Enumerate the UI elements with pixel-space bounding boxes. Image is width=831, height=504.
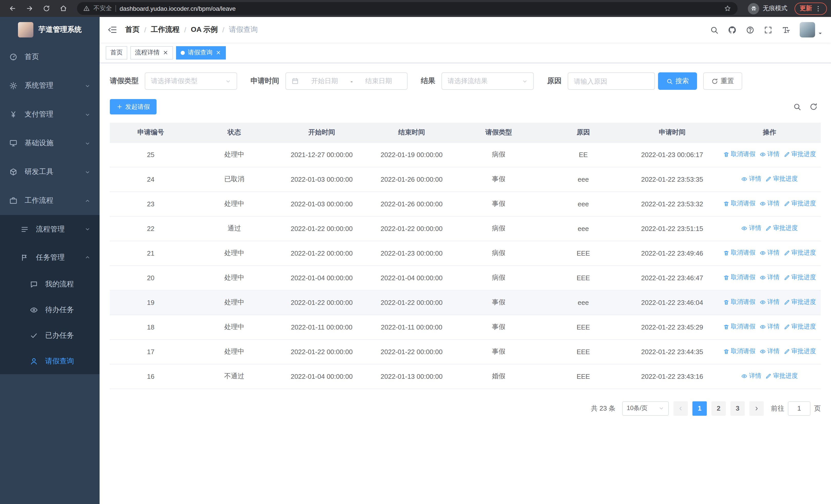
reset-button[interactable]: 重置	[703, 72, 742, 90]
question-icon[interactable]	[746, 25, 754, 34]
sidebar-item-10[interactable]: 已办任务	[0, 323, 99, 349]
update-button[interactable]: 更新	[795, 2, 827, 14]
detail-link[interactable]: 详情	[760, 199, 780, 208]
reason-input[interactable]	[568, 72, 655, 90]
home-button[interactable]	[56, 2, 70, 16]
sidebar-item-11[interactable]: 请假查询	[0, 349, 99, 374]
security-label[interactable]: 不安全	[93, 4, 112, 13]
font-size-icon[interactable]	[782, 25, 791, 34]
page-button-1[interactable]: 1	[692, 401, 707, 415]
cell-apply-time: 2022-01-22 23:53:35	[626, 167, 718, 191]
url-text[interactable]: dashboard.yudao.iocoder.cn/bpm/oa/leave	[120, 5, 720, 12]
detail-link[interactable]: 详情	[760, 273, 780, 282]
action-label: 详情	[767, 323, 780, 331]
tab-close-icon[interactable]	[163, 50, 168, 55]
tab-1[interactable]: 流程详情	[131, 46, 173, 59]
progress-link[interactable]: 审批进度	[766, 175, 798, 183]
update-label: 更新	[800, 4, 812, 13]
progress-link[interactable]: 审批进度	[784, 150, 816, 159]
sidebar-item-7[interactable]: 任务管理	[0, 243, 99, 271]
detail-link[interactable]: 详情	[760, 347, 780, 356]
avatar[interactable]	[800, 22, 815, 37]
detail-link[interactable]: 详情	[760, 323, 780, 331]
sidebar-logo[interactable]: 芋道管理系统	[0, 17, 99, 42]
tab-0[interactable]: 首页	[106, 46, 127, 59]
action-label: 取消请假	[731, 199, 755, 208]
address-bar[interactable]: 不安全 dashboard.yudao.iocoder.cn/bpm/oa/le…	[77, 2, 738, 15]
warning-icon	[83, 5, 90, 12]
user-menu[interactable]	[800, 22, 823, 37]
forward-button[interactable]	[23, 2, 36, 16]
tab-2[interactable]: 请假查询	[176, 46, 226, 59]
sidebar-item-9[interactable]: 待办任务	[0, 297, 99, 323]
cancel-link[interactable]: 取消请假	[723, 249, 755, 257]
breadcrumb-item-1[interactable]: 工作流程	[151, 25, 180, 34]
progress-link[interactable]: 审批进度	[784, 273, 816, 282]
progress-link[interactable]: 审批进度	[784, 347, 816, 356]
sidebar-item-label: 已办任务	[45, 331, 90, 340]
goto-page-input[interactable]	[788, 401, 810, 415]
cancel-link[interactable]: 取消请假	[723, 150, 755, 159]
cancel-link[interactable]: 取消请假	[723, 323, 755, 331]
bookmark-star-icon[interactable]	[724, 5, 732, 12]
detail-link[interactable]: 详情	[741, 372, 762, 381]
cell-actions: 取消请假详情审批进度	[718, 339, 821, 364]
search-icon[interactable]	[710, 25, 719, 34]
date-range-picker[interactable]: 开始日期 - 结束日期	[285, 72, 407, 90]
sidebar-item-3[interactable]: 基础设施	[0, 129, 99, 157]
cancel-link[interactable]: 取消请假	[723, 273, 755, 282]
collapse-sidebar-button[interactable]	[99, 17, 125, 42]
page-button-2[interactable]: 2	[711, 401, 726, 415]
cancel-link[interactable]: 取消请假	[723, 298, 755, 307]
search-button[interactable]: 搜索	[658, 72, 697, 90]
next-page-button[interactable]	[749, 401, 764, 415]
progress-link[interactable]: 审批进度	[766, 372, 798, 381]
tab-close-icon[interactable]	[216, 50, 221, 55]
cancel-link[interactable]: 取消请假	[723, 199, 755, 208]
progress-link[interactable]: 审批进度	[766, 224, 798, 233]
toggle-search-icon[interactable]	[793, 102, 801, 111]
progress-link[interactable]: 审批进度	[784, 199, 816, 208]
create-leave-button[interactable]: 发起请假	[110, 99, 156, 114]
sidebar-item-5[interactable]: 工作流程	[0, 186, 99, 215]
refresh-table-icon[interactable]	[809, 102, 818, 111]
cell-apply-id: 23	[110, 191, 192, 216]
cell-leave-type: 病假	[457, 142, 541, 167]
sidebar-item-2[interactable]: 支付管理	[0, 100, 99, 129]
filter-form: 请假类型 请选择请假类型 申请时间 开始日期 - 结束日期	[110, 72, 821, 90]
edit-icon	[784, 349, 790, 355]
fullscreen-icon[interactable]	[764, 25, 773, 34]
action-label: 取消请假	[731, 249, 755, 257]
detail-link[interactable]: 详情	[760, 249, 780, 257]
page-button-3[interactable]: 3	[730, 401, 745, 415]
leave-type-select[interactable]: 请选择请假类型	[145, 72, 237, 90]
cancel-link[interactable]: 取消请假	[723, 347, 755, 356]
detail-link[interactable]: 详情	[741, 224, 762, 233]
result-select[interactable]: 请选择流结果	[441, 72, 534, 90]
breadcrumb-item-2[interactable]: OA 示例	[191, 25, 218, 34]
sidebar-item-8[interactable]: 我的流程	[0, 271, 99, 297]
detail-link[interactable]: 详情	[741, 175, 762, 183]
browser-menu-icon[interactable]	[814, 5, 822, 12]
breadcrumb-item-0[interactable]: 首页	[125, 25, 140, 34]
progress-link[interactable]: 审批进度	[784, 323, 816, 331]
prev-page-button[interactable]	[674, 401, 688, 415]
sidebar-item-4[interactable]: 研发工具	[0, 157, 99, 186]
sidebar-item-0[interactable]: 首页	[0, 42, 99, 71]
progress-link[interactable]: 审批进度	[784, 249, 816, 257]
sidebar-item-1[interactable]: 系统管理	[0, 71, 99, 100]
detail-link[interactable]: 详情	[760, 150, 780, 159]
github-icon[interactable]	[728, 25, 737, 34]
back-button[interactable]	[6, 2, 20, 16]
detail-link[interactable]: 详情	[760, 298, 780, 307]
cell-actions: 取消请假详情审批进度	[718, 191, 821, 216]
action-label: 审批进度	[792, 347, 816, 356]
progress-link[interactable]: 审批进度	[784, 298, 816, 307]
reload-button[interactable]	[39, 2, 53, 16]
cell-reason: eee	[541, 216, 626, 241]
cell-actions: 取消请假详情审批进度	[718, 241, 821, 265]
chevron-down-icon	[85, 226, 90, 232]
action-label: 详情	[749, 372, 762, 381]
sidebar-item-6[interactable]: 流程管理	[0, 215, 99, 243]
page-size-select[interactable]: 10条/页	[622, 401, 669, 415]
